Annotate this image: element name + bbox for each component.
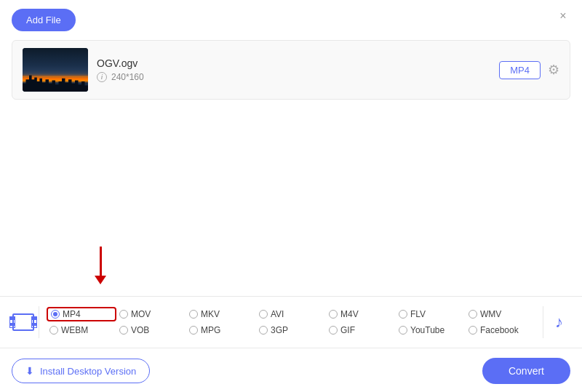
add-file-button[interactable]: Add File [12,9,76,31]
format-option-facebook[interactable]: Facebook [466,323,535,337]
format-option-3gp[interactable]: 3GP [256,323,326,337]
music-note-icon: ♪ [555,313,563,332]
format-label-mov: MOV [131,309,151,319]
format-option-mp4[interactable]: MP4 [47,307,116,321]
format-label-vob: VOB [131,325,149,335]
thumbnail-scene [23,48,88,92]
install-desktop-button[interactable]: ⬇ Install Desktop Version [12,359,150,383]
format-option-avi[interactable]: AVI [256,307,326,321]
radio-avi [259,310,268,319]
info-icon: i [97,72,107,82]
arrow-shaft [100,247,102,276]
file-actions: MP4 ⚙ [499,61,559,79]
settings-icon[interactable]: ⚙ [548,62,559,78]
format-option-mov[interactable]: MOV [116,307,186,321]
file-item: OGV.ogv i 240*160 MP4 ⚙ [12,41,570,99]
radio-webm [49,326,58,335]
film-icon [12,313,34,331]
radio-mpg [189,326,198,335]
format-label-mkv: MKV [201,309,220,319]
radio-m4v [329,310,338,319]
format-badge-button[interactable]: MP4 [499,61,541,79]
arrow-indicator [95,247,106,284]
format-label-wmv: WMV [480,309,501,319]
format-option-vob[interactable]: VOB [116,323,186,337]
format-option-flv[interactable]: FLV [396,307,466,321]
radio-mp4 [51,310,60,319]
format-label-flv: FLV [410,309,426,319]
top-bar: Add File [0,0,582,40]
radio-flv [399,310,407,319]
file-resolution: 240*160 [111,72,144,82]
arrow-head [95,276,106,284]
radio-mkv [189,310,198,319]
radio-gif [329,326,338,335]
format-label-gif: GIF [340,325,355,335]
music-icon-wrapper[interactable]: ♪ [543,306,575,338]
format-label-facebook: Facebook [480,325,519,335]
format-option-m4v[interactable]: M4V [326,307,396,321]
radio-wmv [469,310,477,319]
format-option-mkv[interactable]: MKV [186,307,256,321]
radio-3gp [259,326,268,335]
radio-mov [119,310,128,319]
format-option-webm[interactable]: WEBM [47,323,116,337]
format-option-mpg[interactable]: MPG [186,323,256,337]
file-name: OGV.ogv [97,57,490,69]
format-label-3gp: 3GP [271,325,288,335]
format-label-webm: WEBM [61,325,88,335]
format-label-m4v: M4V [340,309,359,319]
radio-facebook [469,326,477,335]
file-meta: i 240*160 [97,72,490,82]
format-option-youtube[interactable]: YouTube [396,323,466,337]
radio-youtube [399,326,407,335]
file-list: OGV.ogv i 240*160 MP4 ⚙ [12,40,570,100]
format-bar: MP4 MOV MKV AVI M4V FLV WMV WEBM [0,296,582,348]
format-label-avi: AVI [271,309,284,319]
file-info: OGV.ogv i 240*160 [97,57,490,82]
format-option-gif[interactable]: GIF [326,323,396,337]
format-label-youtube: YouTube [410,325,445,335]
format-label-mpg: MPG [201,325,220,335]
bottom-bar: ⬇ Install Desktop Version Convert [0,350,582,392]
format-video-icon[interactable] [7,306,39,338]
format-option-wmv[interactable]: WMV [466,307,535,321]
format-options-grid: MP4 MOV MKV AVI M4V FLV WMV WEBM [47,307,535,337]
format-label-mp4: MP4 [63,309,81,319]
radio-vob [119,326,128,335]
install-label: Install Desktop Version [40,366,136,377]
convert-button[interactable]: Convert [482,358,570,384]
file-thumbnail [23,48,88,92]
close-button[interactable]: × [556,9,570,23]
download-icon: ⬇ [25,365,34,377]
